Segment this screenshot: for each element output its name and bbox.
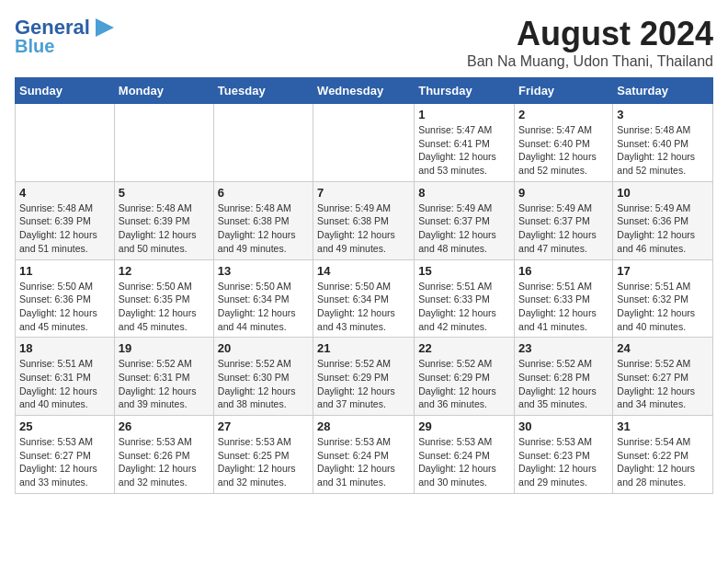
day-cell: 13Sunrise: 5:50 AM Sunset: 6:34 PM Dayli… [213,259,313,338]
day-cell [213,104,313,182]
day-number: 6 [218,186,309,200]
day-cell: 1Sunrise: 5:47 AM Sunset: 6:41 PM Daylig… [415,104,515,182]
week-row-2: 4Sunrise: 5:48 AM Sunset: 6:39 PM Daylig… [16,181,713,259]
day-number: 18 [19,341,110,355]
header: General Blue August 2024 Ban Na Muang, U… [15,15,713,70]
day-info: Sunrise: 5:52 AM Sunset: 6:29 PM Dayligh… [418,357,510,411]
day-number: 24 [617,341,709,355]
day-cell: 15Sunrise: 5:51 AM Sunset: 6:33 PM Dayli… [415,259,515,338]
day-cell: 20Sunrise: 5:52 AM Sunset: 6:30 PM Dayli… [213,338,313,416]
logo-arrow-icon [92,15,118,40]
day-number: 3 [617,108,709,121]
day-info: Sunrise: 5:47 AM Sunset: 6:40 PM Dayligh… [518,123,609,178]
day-number: 15 [418,264,510,278]
week-row-3: 11Sunrise: 5:50 AM Sunset: 6:36 PM Dayli… [16,259,713,338]
day-cell: 17Sunrise: 5:51 AM Sunset: 6:32 PM Dayli… [613,259,713,338]
day-number: 9 [518,186,609,200]
day-cell: 27Sunrise: 5:53 AM Sunset: 6:25 PM Dayli… [213,416,313,494]
day-number: 7 [317,186,410,200]
day-info: Sunrise: 5:54 AM Sunset: 6:22 PM Dayligh… [617,435,709,489]
day-cell: 6Sunrise: 5:48 AM Sunset: 6:38 PM Daylig… [213,181,313,259]
day-cell: 18Sunrise: 5:51 AM Sunset: 6:31 PM Dayli… [16,338,115,416]
day-info: Sunrise: 5:52 AM Sunset: 6:30 PM Dayligh… [218,357,309,411]
day-cell: 9Sunrise: 5:49 AM Sunset: 6:37 PM Daylig… [515,181,613,259]
day-info: Sunrise: 5:53 AM Sunset: 6:24 PM Dayligh… [317,435,410,489]
weekday-header-monday: Monday [114,78,213,104]
weekday-header-tuesday: Tuesday [213,78,313,104]
day-info: Sunrise: 5:49 AM Sunset: 6:38 PM Dayligh… [317,201,410,256]
day-cell: 2Sunrise: 5:47 AM Sunset: 6:40 PM Daylig… [515,104,613,182]
day-number: 13 [218,264,309,278]
logo-text: General [15,17,90,38]
day-number: 23 [518,341,609,355]
day-cell [313,104,415,182]
day-number: 28 [317,419,410,433]
day-number: 19 [119,341,210,355]
weekday-header-saturday: Saturday [613,78,713,104]
calendar-table: SundayMondayTuesdayWednesdayThursdayFrid… [15,77,713,494]
day-cell: 25Sunrise: 5:53 AM Sunset: 6:27 PM Dayli… [16,416,115,494]
day-info: Sunrise: 5:49 AM Sunset: 6:36 PM Dayligh… [617,201,709,256]
day-cell: 3Sunrise: 5:48 AM Sunset: 6:40 PM Daylig… [613,104,713,182]
day-cell: 26Sunrise: 5:53 AM Sunset: 6:26 PM Dayli… [114,416,213,494]
day-info: Sunrise: 5:52 AM Sunset: 6:29 PM Dayligh… [317,357,410,411]
week-row-5: 25Sunrise: 5:53 AM Sunset: 6:27 PM Dayli… [16,416,713,494]
day-cell: 11Sunrise: 5:50 AM Sunset: 6:36 PM Dayli… [16,259,115,338]
day-cell: 31Sunrise: 5:54 AM Sunset: 6:22 PM Dayli… [613,416,713,494]
logo-blue-text: Blue [15,37,54,55]
week-row-1: 1Sunrise: 5:47 AM Sunset: 6:41 PM Daylig… [16,104,713,182]
day-cell: 22Sunrise: 5:52 AM Sunset: 6:29 PM Dayli… [415,338,515,416]
day-info: Sunrise: 5:52 AM Sunset: 6:27 PM Dayligh… [617,357,709,411]
day-number: 5 [119,186,210,200]
day-info: Sunrise: 5:49 AM Sunset: 6:37 PM Dayligh… [518,201,609,256]
day-info: Sunrise: 5:53 AM Sunset: 6:25 PM Dayligh… [218,435,309,489]
day-cell: 23Sunrise: 5:52 AM Sunset: 6:28 PM Dayli… [515,338,613,416]
day-info: Sunrise: 5:51 AM Sunset: 6:31 PM Dayligh… [19,357,110,411]
day-cell [16,104,115,182]
location: Ban Na Muang, Udon Thani, Thailand [467,53,713,70]
day-number: 11 [19,264,110,278]
day-info: Sunrise: 5:53 AM Sunset: 6:24 PM Dayligh… [418,435,510,489]
day-info: Sunrise: 5:50 AM Sunset: 6:34 PM Dayligh… [218,280,309,334]
weekday-header-row: SundayMondayTuesdayWednesdayThursdayFrid… [16,78,713,104]
week-row-4: 18Sunrise: 5:51 AM Sunset: 6:31 PM Dayli… [16,338,713,416]
weekday-header-thursday: Thursday [415,78,515,104]
logo: General Blue [15,15,118,55]
day-number: 14 [317,264,410,278]
day-info: Sunrise: 5:51 AM Sunset: 6:33 PM Dayligh… [518,280,609,334]
day-cell: 21Sunrise: 5:52 AM Sunset: 6:29 PM Dayli… [313,338,415,416]
day-cell: 7Sunrise: 5:49 AM Sunset: 6:38 PM Daylig… [313,181,415,259]
day-cell [114,104,213,182]
day-number: 25 [19,419,110,433]
day-number: 27 [218,419,309,433]
weekday-header-friday: Friday [515,78,613,104]
day-info: Sunrise: 5:49 AM Sunset: 6:37 PM Dayligh… [418,201,510,256]
day-info: Sunrise: 5:48 AM Sunset: 6:38 PM Dayligh… [218,201,309,256]
day-info: Sunrise: 5:50 AM Sunset: 6:35 PM Dayligh… [119,280,210,334]
day-cell: 8Sunrise: 5:49 AM Sunset: 6:37 PM Daylig… [415,181,515,259]
day-info: Sunrise: 5:51 AM Sunset: 6:33 PM Dayligh… [418,280,510,334]
day-cell: 30Sunrise: 5:53 AM Sunset: 6:23 PM Dayli… [515,416,613,494]
day-info: Sunrise: 5:50 AM Sunset: 6:34 PM Dayligh… [317,280,410,334]
day-cell: 12Sunrise: 5:50 AM Sunset: 6:35 PM Dayli… [114,259,213,338]
day-cell: 14Sunrise: 5:50 AM Sunset: 6:34 PM Dayli… [313,259,415,338]
day-info: Sunrise: 5:53 AM Sunset: 6:26 PM Dayligh… [119,435,210,489]
day-info: Sunrise: 5:48 AM Sunset: 6:40 PM Dayligh… [617,123,709,178]
weekday-header-wednesday: Wednesday [313,78,415,104]
day-info: Sunrise: 5:52 AM Sunset: 6:28 PM Dayligh… [518,357,609,411]
day-info: Sunrise: 5:48 AM Sunset: 6:39 PM Dayligh… [119,201,210,256]
day-cell: 24Sunrise: 5:52 AM Sunset: 6:27 PM Dayli… [613,338,713,416]
weekday-header-sunday: Sunday [16,78,115,104]
day-info: Sunrise: 5:52 AM Sunset: 6:31 PM Dayligh… [119,357,210,411]
day-number: 16 [518,264,609,278]
title-area: August 2024 Ban Na Muang, Udon Thani, Th… [467,15,713,70]
day-number: 26 [119,419,210,433]
day-number: 2 [518,108,609,121]
day-number: 29 [418,419,510,433]
day-number: 21 [317,341,410,355]
day-number: 20 [218,341,309,355]
day-number: 10 [617,186,709,200]
day-cell: 16Sunrise: 5:51 AM Sunset: 6:33 PM Dayli… [515,259,613,338]
day-cell: 28Sunrise: 5:53 AM Sunset: 6:24 PM Dayli… [313,416,415,494]
day-info: Sunrise: 5:48 AM Sunset: 6:39 PM Dayligh… [19,201,110,256]
